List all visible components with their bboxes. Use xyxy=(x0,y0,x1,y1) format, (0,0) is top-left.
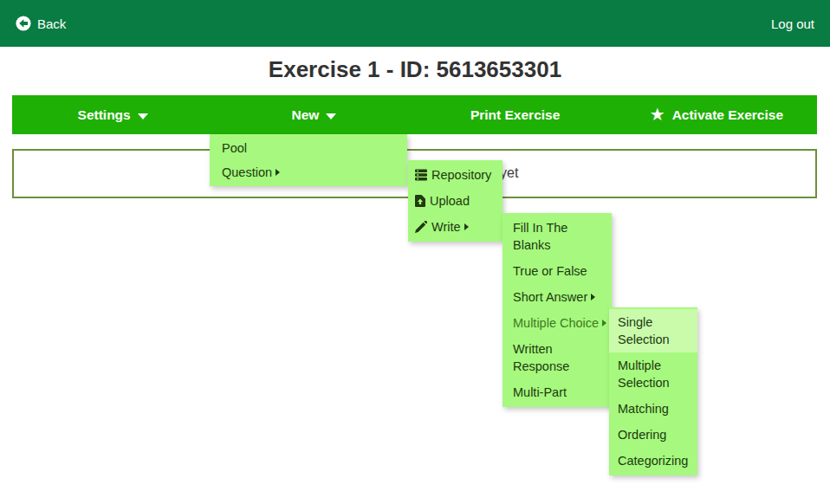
menubar-item-print-exercise[interactable]: Print Exercise xyxy=(415,95,616,134)
new-label: New xyxy=(291,107,319,123)
caret-down-icon xyxy=(326,113,336,120)
menu-item-question[interactable]: Question xyxy=(210,160,407,184)
menubar-item-new[interactable]: New xyxy=(213,95,414,134)
menu-item-label: Ordering xyxy=(618,426,666,443)
file-upload-icon xyxy=(415,195,425,207)
menu-item-pool[interactable]: Pool xyxy=(210,136,407,160)
menu-item-multi-part[interactable]: Multi-Part xyxy=(503,379,612,405)
top-bar: Back Log out xyxy=(0,0,830,47)
menu-item-label: Pool xyxy=(222,139,247,157)
menubar-item-activate-exercise[interactable]: ★ Activate Exercise xyxy=(616,95,817,134)
menu-item-label: Fill In The Blanks xyxy=(513,221,567,252)
settings-label: Settings xyxy=(78,107,131,123)
server-stack-icon xyxy=(415,169,427,181)
back-button[interactable]: Back xyxy=(16,16,66,31)
caret-right-icon xyxy=(276,169,280,176)
menubar-item-settings[interactable]: Settings xyxy=(12,95,213,134)
caret-right-icon xyxy=(602,320,606,326)
pencil-icon xyxy=(415,221,427,233)
menu-item-label: Multi-Part xyxy=(513,384,567,401)
menu-item-fill-in-the-blanks[interactable]: Fill In The Blanks xyxy=(503,215,612,258)
menubar: Settings New Print Exercise ★ Activate E… xyxy=(12,95,817,134)
menu-item-multiple-choice[interactable]: Multiple Choice xyxy=(503,310,612,336)
menu-item-multiple-selection[interactable]: Multiple Selection xyxy=(609,352,697,396)
dropdown-menu-write: Fill In The Blanks True or False Short A… xyxy=(503,213,612,407)
print-exercise-label: Print Exercise xyxy=(470,107,560,123)
page-title: Exercise 1 - ID: 5613653301 xyxy=(0,56,830,83)
menu-item-label: Categorizing xyxy=(618,452,688,469)
menu-item-true-or-false[interactable]: True or False xyxy=(503,258,612,284)
content-box-text-fragment: yet xyxy=(500,165,518,181)
dropdown-menu-multiple-choice: Single Selection Multiple Selection Matc… xyxy=(609,307,697,475)
menu-item-label: Written Response xyxy=(513,342,569,373)
menu-item-upload[interactable]: Upload xyxy=(408,188,503,214)
menu-item-categorizing[interactable]: Categorizing xyxy=(609,448,697,474)
menu-item-single-selection[interactable]: Single Selection xyxy=(609,309,697,352)
menu-item-label: Upload xyxy=(430,192,470,210)
menu-item-short-answer[interactable]: Short Answer xyxy=(503,284,612,310)
caret-right-icon xyxy=(591,294,595,300)
menu-item-label: Multiple Choice xyxy=(513,314,599,332)
star-icon: ★ xyxy=(650,106,665,123)
menu-item-label: Question xyxy=(222,164,272,181)
menu-item-label: Single Selection xyxy=(618,315,670,346)
menu-item-written-response[interactable]: Written Response xyxy=(503,336,612,379)
menu-item-repository[interactable]: Repository xyxy=(408,162,503,188)
menu-item-write[interactable]: Write xyxy=(408,214,503,240)
arrow-circle-left-icon xyxy=(16,16,31,31)
menu-item-label: Short Answer xyxy=(513,288,587,306)
menu-item-label: Repository xyxy=(431,166,491,184)
menu-item-ordering[interactable]: Ordering xyxy=(609,422,697,448)
menu-item-label: Matching xyxy=(618,400,669,417)
activate-exercise-label: Activate Exercise xyxy=(672,107,783,123)
menu-item-label: Write xyxy=(431,218,461,236)
menu-item-matching[interactable]: Matching xyxy=(609,396,697,422)
page: Back Log out Exercise 1 - ID: 5613653301… xyxy=(0,0,830,504)
dropdown-menu-question: Repository Upload Write xyxy=(408,160,503,242)
back-label: Back xyxy=(37,16,66,31)
caret-right-icon xyxy=(464,223,469,230)
logout-button[interactable]: Log out xyxy=(771,16,814,31)
dropdown-menu-new: Pool Question xyxy=(210,134,407,186)
menu-item-label: True or False xyxy=(513,262,587,280)
menu-item-label: Multiple Selection xyxy=(618,359,670,390)
caret-down-icon xyxy=(138,113,148,120)
